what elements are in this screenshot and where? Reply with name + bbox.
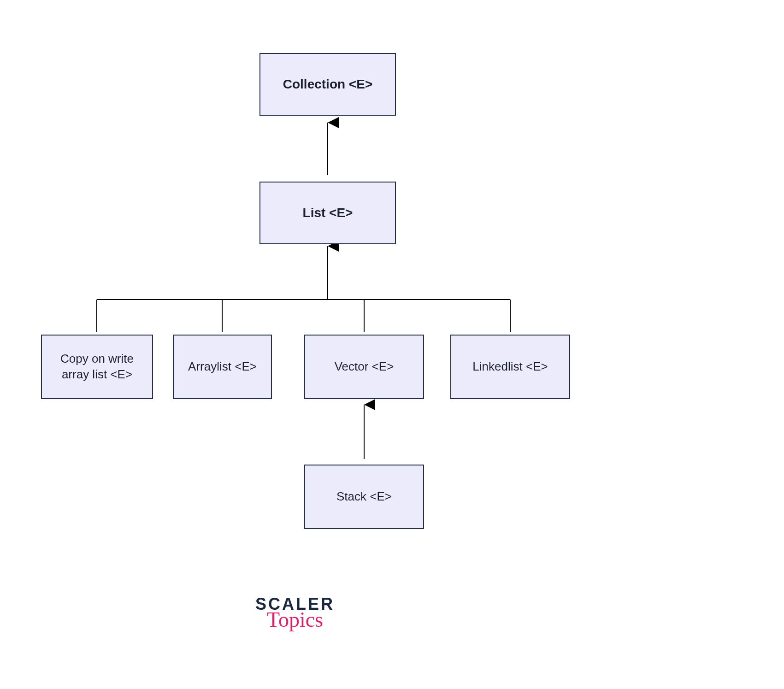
node-stack-label: Stack <E> [336, 489, 392, 505]
diagram-canvas: Collection <E> List <E> Copy on write ar… [0, 0, 784, 689]
node-arraylist-label: Arraylist <E> [188, 359, 257, 375]
node-copy-on-write-array-list: Copy on write array list <E> [41, 335, 153, 399]
node-cowal-label: Copy on write array list <E> [60, 351, 134, 383]
node-collection-label: Collection <E> [283, 76, 373, 93]
node-linkedlist-label: Linkedlist <E> [472, 359, 548, 375]
node-arraylist: Arraylist <E> [173, 335, 272, 399]
node-linkedlist: Linkedlist <E> [450, 335, 570, 399]
node-stack: Stack <E> [304, 465, 424, 529]
node-list-label: List <E> [303, 205, 353, 221]
node-list: List <E> [259, 182, 396, 244]
node-vector: Vector <E> [304, 335, 424, 399]
node-vector-label: Vector <E> [335, 359, 394, 375]
node-collection: Collection <E> [259, 53, 396, 116]
scaler-topics-logo: SCALER Topics [249, 595, 341, 632]
